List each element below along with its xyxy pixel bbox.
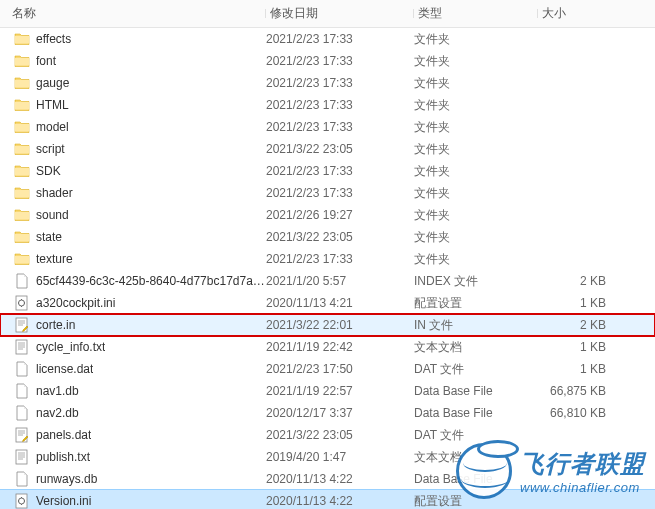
file-date: 2021/3/22 22:01 (266, 318, 414, 332)
folder-icon (14, 97, 30, 113)
column-header-type[interactable]: 类型 (414, 5, 538, 22)
file-type: 文件夹 (414, 31, 538, 48)
folder-icon (14, 229, 30, 245)
file-name: effects (36, 32, 71, 46)
column-header-name[interactable]: 名称 (8, 5, 266, 22)
file-date: 2021/1/20 5:57 (266, 274, 414, 288)
file-date: 2021/2/23 17:33 (266, 54, 414, 68)
file-date: 2021/1/19 22:42 (266, 340, 414, 354)
file-type: 文件夹 (414, 75, 538, 92)
file-date: 2021/2/23 17:33 (266, 164, 414, 178)
file-type: 文件夹 (414, 185, 538, 202)
file-name: texture (36, 252, 73, 266)
file-date: 2021/2/23 17:33 (266, 120, 414, 134)
file-name: publish.txt (36, 450, 90, 464)
file-date: 2021/3/22 23:05 (266, 230, 414, 244)
file-date: 2021/3/22 23:05 (266, 142, 414, 156)
folder-icon (14, 119, 30, 135)
table-row[interactable]: corte.in 2021/3/22 22:01 IN 文件 2 KB (0, 314, 655, 336)
table-row[interactable]: cycle_info.txt 2021/1/19 22:42 文本文档 1 KB (0, 336, 655, 358)
table-row[interactable]: nav1.db 2021/1/19 22:57 Data Base File 6… (0, 380, 655, 402)
table-row[interactable]: effects 2021/2/23 17:33 文件夹 (0, 28, 655, 50)
folder-icon (14, 207, 30, 223)
file-name: sound (36, 208, 69, 222)
file-type: Data Base File (414, 472, 538, 486)
file-icon (14, 383, 30, 399)
file-date: 2020/12/17 3:37 (266, 406, 414, 420)
file-type: 文件夹 (414, 141, 538, 158)
file-date: 2021/2/23 17:33 (266, 186, 414, 200)
ini-icon (14, 493, 30, 509)
file-date: 2021/2/23 17:33 (266, 32, 414, 46)
file-icon (14, 361, 30, 377)
file-type: 文件夹 (414, 163, 538, 180)
file-date: 2021/3/22 23:05 (266, 428, 414, 442)
table-row[interactable]: texture 2021/2/23 17:33 文件夹 (0, 248, 655, 270)
file-type: 文件夹 (414, 251, 538, 268)
file-size: 66,875 KB (538, 384, 618, 398)
folder-icon (14, 163, 30, 179)
table-row[interactable]: 65cf4439-6c3c-425b-8640-4d77bc17d7aa... … (0, 270, 655, 292)
svg-rect-6 (16, 494, 27, 508)
table-row[interactable]: shader 2021/2/23 17:33 文件夹 (0, 182, 655, 204)
file-name: model (36, 120, 69, 134)
file-name: 65cf4439-6c3c-425b-8640-4d77bc17d7aa... (36, 274, 266, 288)
file-type: DAT 文件 (414, 427, 538, 444)
edit-icon (14, 317, 30, 333)
file-size: 1 KB (538, 296, 618, 310)
file-type: 文件夹 (414, 119, 538, 136)
file-type: 配置设置 (414, 295, 538, 312)
file-date: 2021/2/26 19:27 (266, 208, 414, 222)
file-type: Data Base File (414, 406, 538, 420)
file-name: HTML (36, 98, 69, 112)
folder-icon (14, 75, 30, 91)
file-name: gauge (36, 76, 69, 90)
table-row[interactable]: a320cockpit.ini 2020/11/13 4:21 配置设置 1 K… (0, 292, 655, 314)
file-type: INDEX 文件 (414, 273, 538, 290)
file-size: 1 KB (538, 340, 618, 354)
file-name: state (36, 230, 62, 244)
table-row[interactable]: HTML 2021/2/23 17:33 文件夹 (0, 94, 655, 116)
column-header-date[interactable]: 修改日期 (266, 5, 414, 22)
folder-icon (14, 31, 30, 47)
table-row[interactable]: script 2021/3/22 23:05 文件夹 (0, 138, 655, 160)
table-row[interactable]: font 2021/2/23 17:33 文件夹 (0, 50, 655, 72)
file-date: 2020/11/13 4:22 (266, 472, 414, 486)
file-type: DAT 文件 (414, 361, 538, 378)
table-row[interactable]: gauge 2021/2/23 17:33 文件夹 (0, 72, 655, 94)
table-row[interactable]: publish.txt 2019/4/20 1:47 文本文档 (0, 446, 655, 468)
table-row[interactable]: license.dat 2021/2/23 17:50 DAT 文件 1 KB (0, 358, 655, 380)
file-date: 2021/2/23 17:33 (266, 98, 414, 112)
file-name: runways.db (36, 472, 97, 486)
file-type: 文件夹 (414, 207, 538, 224)
table-row[interactable]: state 2021/3/22 23:05 文件夹 (0, 226, 655, 248)
edit-icon (14, 427, 30, 443)
file-name: shader (36, 186, 73, 200)
file-name: nav2.db (36, 406, 79, 420)
table-row[interactable]: nav2.db 2020/12/17 3:37 Data Base File 6… (0, 402, 655, 424)
table-row[interactable]: Version.ini 2020/11/13 4:22 配置设置 (0, 490, 655, 509)
file-icon (14, 471, 30, 487)
folder-icon (14, 141, 30, 157)
file-size: 1 KB (538, 362, 618, 376)
table-row[interactable]: sound 2021/2/26 19:27 文件夹 (0, 204, 655, 226)
file-type: 文件夹 (414, 53, 538, 70)
table-row[interactable]: runways.db 2020/11/13 4:22 Data Base Fil… (0, 468, 655, 490)
file-date: 2019/4/20 1:47 (266, 450, 414, 464)
column-header-row: 名称 修改日期 类型 大小 (0, 0, 655, 28)
file-name: panels.dat (36, 428, 91, 442)
file-name: a320cockpit.ini (36, 296, 115, 310)
file-type: 文件夹 (414, 229, 538, 246)
table-row[interactable]: SDK 2021/2/23 17:33 文件夹 (0, 160, 655, 182)
file-name: corte.in (36, 318, 75, 332)
folder-icon (14, 251, 30, 267)
file-icon (14, 273, 30, 289)
file-type: 文本文档 (414, 449, 538, 466)
svg-rect-0 (16, 296, 27, 310)
file-name: script (36, 142, 65, 156)
column-header-size[interactable]: 大小 (538, 5, 618, 22)
file-name: nav1.db (36, 384, 79, 398)
table-row[interactable]: model 2021/2/23 17:33 文件夹 (0, 116, 655, 138)
file-size: 2 KB (538, 274, 618, 288)
table-row[interactable]: panels.dat 2021/3/22 23:05 DAT 文件 (0, 424, 655, 446)
